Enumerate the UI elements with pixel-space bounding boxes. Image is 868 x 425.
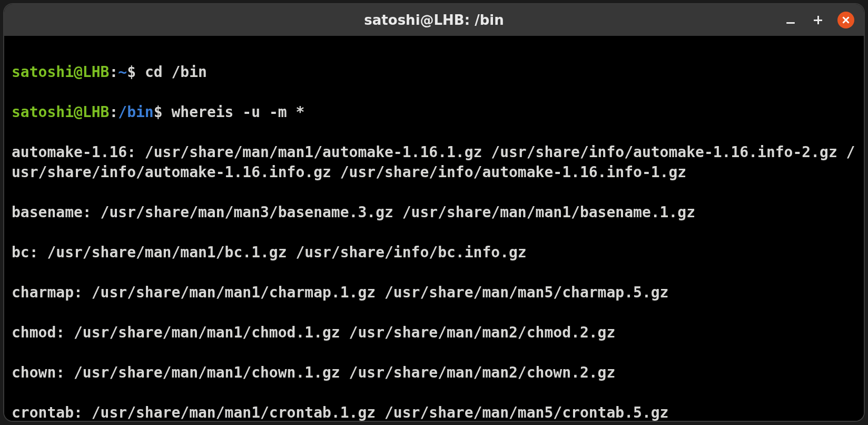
prompt-line: satoshi@LHB:/bin$ whereis -u -m * <box>12 102 856 122</box>
output-line: crontab: /usr/share/man/man1/crontab.1.g… <box>12 403 856 421</box>
maximize-button[interactable] <box>810 12 826 28</box>
prompt-user-host: satoshi@LHB <box>12 103 109 121</box>
close-button[interactable] <box>837 12 854 28</box>
prompt-path: ~ <box>118 63 127 81</box>
output-line: automake-1.16: /usr/share/man/man1/autom… <box>12 142 856 182</box>
minimize-button[interactable] <box>783 12 798 28</box>
window-controls <box>783 4 854 36</box>
window-title: satoshi@LHB: /bin <box>364 12 504 28</box>
prompt-colon: : <box>109 103 118 121</box>
prompt-dollar: $ <box>154 103 172 121</box>
output-line: chown: /usr/share/man/man1/chown.1.gz /u… <box>12 363 856 383</box>
output-line: basename: /usr/share/man/man3/basename.3… <box>12 202 856 223</box>
command-text: whereis -u -m * <box>171 103 304 121</box>
command-text: cd /bin <box>145 63 207 81</box>
terminal-window: satoshi@LHB: /bin satoshi@LHB:~$ cd /bin… <box>4 4 864 421</box>
output-line: charmap: /usr/share/man/man1/charmap.1.g… <box>12 283 856 303</box>
output-line: chmod: /usr/share/man/man1/chmod.1.gz /u… <box>12 323 856 343</box>
terminal-body[interactable]: satoshi@LHB:~$ cd /bin satoshi@LHB:/bin$… <box>4 36 864 421</box>
prompt-dollar: $ <box>127 63 145 81</box>
prompt-user-host: satoshi@LHB <box>12 63 109 81</box>
output-line: bc: /usr/share/man/man1/bc.1.gz /usr/sha… <box>12 243 856 263</box>
prompt-path: /bin <box>118 103 153 121</box>
prompt-line: satoshi@LHB:~$ cd /bin <box>12 62 856 82</box>
titlebar[interactable]: satoshi@LHB: /bin <box>4 4 864 36</box>
prompt-colon: : <box>109 63 118 81</box>
